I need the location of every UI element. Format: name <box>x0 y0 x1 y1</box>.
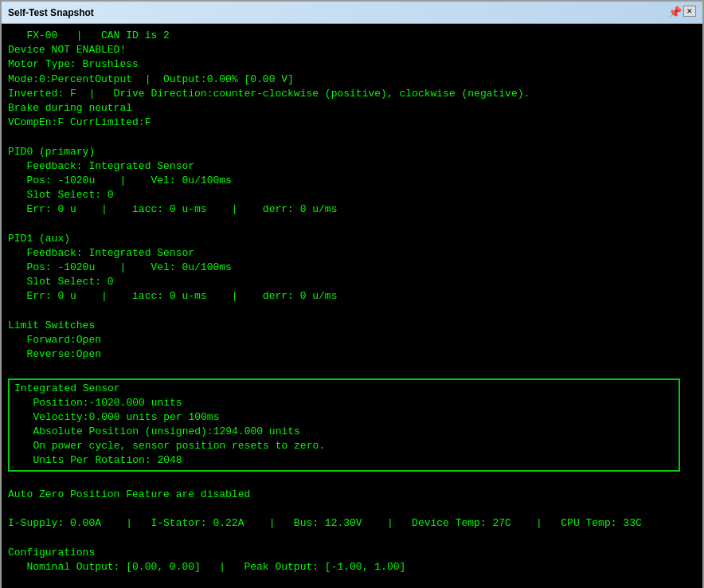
title-bar: Self-Test Snapshot 📌 ✕ <box>2 2 702 24</box>
snapshot-content: FX-00 | CAN ID is 2 Device NOT ENABLED! … <box>2 24 702 588</box>
pin-icon: 📌 <box>668 6 682 19</box>
close-button[interactable]: ✕ <box>683 6 696 17</box>
main-window: Self-Test Snapshot 📌 ✕ FX-00 | CAN ID is… <box>0 0 704 588</box>
window-title: Self-Test Snapshot <box>8 7 94 18</box>
window-controls: 📌 ✕ <box>668 6 696 19</box>
